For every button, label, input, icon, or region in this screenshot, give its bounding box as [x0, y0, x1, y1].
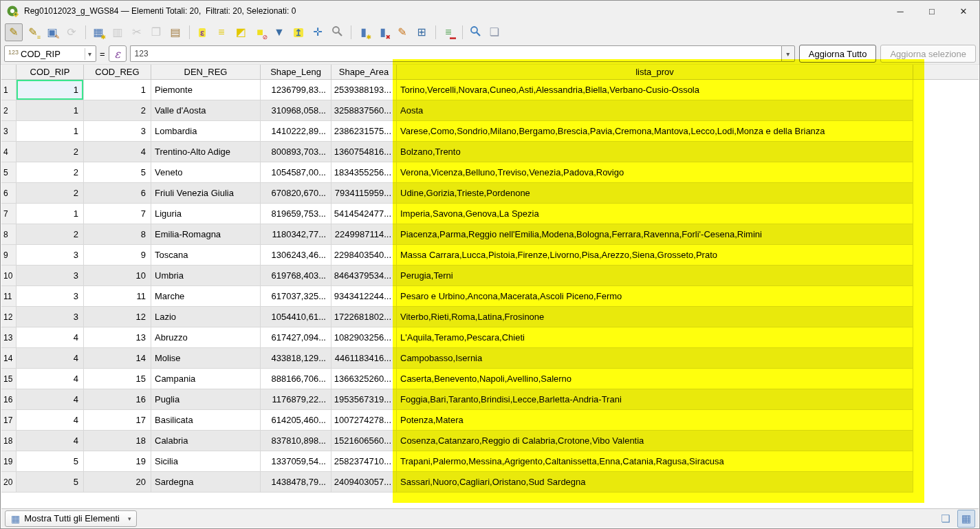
den-reg-cell[interactable]: Basilicata	[151, 410, 261, 431]
shape-area-cell[interactable]: 4461183416...	[331, 348, 397, 369]
cod-rip-cell[interactable]: 2	[17, 162, 84, 183]
cod-reg-cell[interactable]: 17	[84, 410, 151, 431]
cod-rip-cell[interactable]: 3	[17, 245, 84, 266]
den-reg-cell[interactable]: Puglia	[151, 389, 261, 410]
den-reg-cell[interactable]: Calabria	[151, 431, 261, 451]
lista-prov-cell[interactable]: Foggia,Bari,Taranto,Brindisi,Lecce,Barle…	[397, 389, 913, 410]
feature-filter-mode-button[interactable]: ▦ Mostra Tutti gli Elementi ▾	[5, 510, 137, 527]
den-reg-cell[interactable]: Lombardia	[151, 121, 261, 142]
filter-by-form-button[interactable]: ▼	[270, 23, 288, 41]
cod-rip-cell[interactable]: 3	[17, 266, 84, 286]
field-selector-dropdown[interactable]: 123 COD_RIP ▾	[4, 45, 96, 62]
cod-reg-cell[interactable]: 18	[84, 431, 151, 451]
toggle-editing-button[interactable]: ✎	[5, 23, 23, 41]
cod-rip-cell[interactable]: 2	[17, 142, 84, 162]
row-number[interactable]: 13	[1, 327, 17, 348]
cod-reg-cell[interactable]: 9	[84, 245, 151, 266]
lista-prov-cell[interactable]: Campobasso,Isernia	[397, 348, 913, 369]
den-reg-cell[interactable]: Lazio	[151, 307, 261, 327]
shape-area-cell[interactable]: 9343412244...	[331, 286, 397, 307]
cod-reg-cell[interactable]: 16	[84, 389, 151, 410]
cod-reg-cell[interactable]: 7	[84, 204, 151, 224]
row-number[interactable]: 2	[1, 100, 17, 121]
save-edits-button[interactable]: ▣✎	[43, 23, 61, 41]
deselect-all-button[interactable]: ■⊘	[251, 23, 269, 41]
cod-rip-cell[interactable]: 3	[17, 286, 84, 307]
cod-rip-cell[interactable]: 1	[17, 121, 84, 142]
den-reg-cell[interactable]: Friuli Venezia Giulia	[151, 183, 261, 204]
den-reg-cell[interactable]: Abruzzo	[151, 327, 261, 348]
zoom-to-selection-button[interactable]	[328, 23, 346, 41]
lista-prov-cell[interactable]: Sassari,Nuoro,Cagliari,Oristano,Sud Sard…	[397, 472, 913, 493]
den-reg-cell[interactable]: Sicilia	[151, 451, 261, 472]
select-by-expression-button[interactable]: ε	[193, 23, 211, 41]
den-reg-cell[interactable]: Campania	[151, 369, 261, 389]
selected-cell[interactable]: 1	[17, 80, 84, 100]
shape-area-cell[interactable]: 5414542477...	[331, 204, 397, 224]
row-number[interactable]: 8	[1, 224, 17, 245]
cod-rip-cell[interactable]: 4	[17, 410, 84, 431]
shape-leng-cell[interactable]: 433818,129...	[261, 348, 331, 369]
lista-prov-cell[interactable]: Massa Carrara,Lucca,Pistoia,Firenze,Livo…	[397, 245, 913, 266]
shape-leng-cell[interactable]: 1180342,77...	[261, 224, 331, 245]
shape-leng-cell[interactable]: 1410222,89...	[261, 121, 331, 142]
select-all-button[interactable]: ≡	[213, 23, 230, 41]
minimize-button[interactable]: ─	[884, 1, 916, 21]
lista-prov-cell[interactable]: Verona,Vicenza,Belluno,Treviso,Venezia,P…	[397, 162, 913, 183]
cod-reg-cell[interactable]: 15	[84, 369, 151, 389]
lista-prov-cell[interactable]: Perugia,Terni	[397, 266, 913, 286]
shape-area-cell[interactable]: 1521606560...	[331, 431, 397, 451]
cod-rip-cell[interactable]: 1	[17, 100, 84, 121]
shape-area-cell[interactable]: 2539388193...	[331, 80, 397, 100]
field-calculator-button[interactable]: ⊞	[413, 23, 431, 41]
cod-reg-cell[interactable]: 5	[84, 162, 151, 183]
row-number[interactable]: 16	[1, 389, 17, 410]
shape-leng-cell[interactable]: 1236799,83...	[261, 80, 331, 100]
dock-table-button[interactable]: ❏	[486, 23, 503, 41]
cod-reg-cell[interactable]: 20	[84, 472, 151, 493]
shape-area-cell[interactable]: 1366325260...	[331, 369, 397, 389]
row-number[interactable]: 11	[1, 286, 17, 307]
cod-reg-cell[interactable]: 19	[84, 451, 151, 472]
lista-prov-cell[interactable]: Varese,Como,Sondrio,Milano,Bergamo,Bresc…	[397, 121, 913, 142]
lista-prov-cell[interactable]: Imperia,Savona,Genova,La Spezia	[397, 204, 913, 224]
table-view-button[interactable]: ▦	[957, 510, 975, 528]
cod-reg-cell[interactable]: 14	[84, 348, 151, 369]
cod-reg-cell[interactable]: 12	[84, 307, 151, 327]
den-reg-cell[interactable]: Umbria	[151, 266, 261, 286]
shape-leng-cell[interactable]: 670820,670...	[261, 183, 331, 204]
den-reg-cell[interactable]: Molise	[151, 348, 261, 369]
cod-rip-cell[interactable]: 4	[17, 389, 84, 410]
cod-rip-cell[interactable]: 4	[17, 369, 84, 389]
row-number[interactable]: 7	[1, 204, 17, 224]
den-reg-cell[interactable]: Trentino-Alto Adige	[151, 142, 261, 162]
lista-prov-cell[interactable]: Caserta,Benevento,Napoli,Avellino,Salern…	[397, 369, 913, 389]
multiedit-mode-button[interactable]: ✎≡	[24, 23, 42, 41]
shape-leng-cell[interactable]: 819659,753...	[261, 204, 331, 224]
new-field-button[interactable]: ▮✱	[355, 23, 373, 41]
shape-area-cell[interactable]: 2582374710...	[331, 451, 397, 472]
expression-builder-button[interactable]: ε	[109, 45, 127, 62]
lista-prov-cell[interactable]: Torino,Vercelli,Novara,Cuneo,Asti,Alessa…	[397, 80, 913, 100]
lista-prov-cell[interactable]: Udine,Gorizia,Trieste,Pordenone	[397, 183, 913, 204]
filter-value-dropdown-button[interactable]: ▾	[781, 45, 795, 62]
cod-reg-cell[interactable]: 13	[84, 327, 151, 348]
row-number[interactable]: 1	[1, 80, 17, 100]
shape-leng-cell[interactable]: 619768,403...	[261, 266, 331, 286]
column-header-cod-rip[interactable]: COD_RIP	[17, 65, 84, 80]
row-number[interactable]: 6	[1, 183, 17, 204]
cod-rip-cell[interactable]: 3	[17, 307, 84, 327]
maximize-button[interactable]: □	[916, 1, 948, 21]
column-header-shape-area[interactable]: Shape_Area	[331, 65, 397, 80]
shape-area-cell[interactable]: 2386231575...	[331, 121, 397, 142]
row-number[interactable]: 18	[1, 431, 17, 451]
lista-prov-cell[interactable]: Trapani,Palermo,Messina,Agrigento,Caltan…	[397, 451, 913, 472]
lista-prov-cell[interactable]: Piacenza,Parma,Reggio nell'Emilia,Modena…	[397, 224, 913, 245]
shape-area-cell[interactable]: 1082903256...	[331, 327, 397, 348]
column-header-den-reg[interactable]: DEN_REG	[151, 65, 261, 80]
pan-to-selection-button[interactable]: ✛	[309, 23, 327, 41]
shape-leng-cell[interactable]: 617427,094...	[261, 327, 331, 348]
cod-reg-cell[interactable]: 11	[84, 286, 151, 307]
shape-leng-cell[interactable]: 617037,325...	[261, 286, 331, 307]
conditional-formatting-button[interactable]: ≡▬	[439, 23, 457, 41]
